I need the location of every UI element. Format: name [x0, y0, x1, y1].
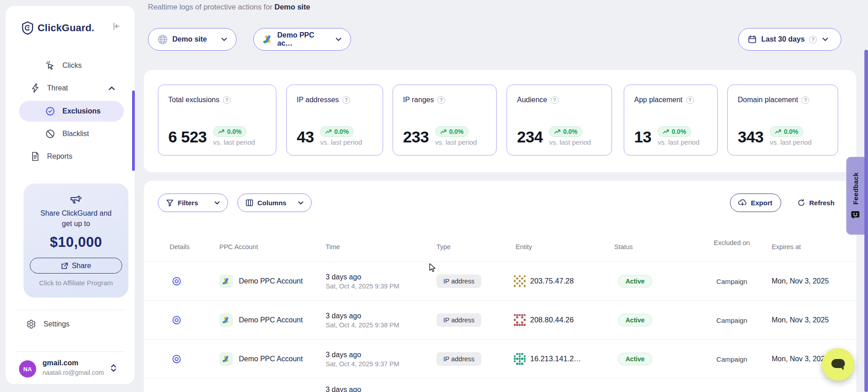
stat-label: Audience — [517, 96, 547, 104]
trend-up-icon — [663, 129, 669, 134]
affiliate-promo-card[interactable]: Share ClickGuard and get up to $10,000 S… — [24, 184, 128, 298]
eye-icon — [171, 276, 182, 286]
globe-icon — [157, 34, 168, 45]
account-name: Demo PPC Account — [239, 316, 303, 324]
ppc-account-cell: Demo PPC Account — [219, 313, 303, 327]
clickguard-logo-icon — [22, 21, 33, 35]
chevron-down-icon — [298, 201, 304, 205]
stat-card-ip-addresses[interactable]: IP addresses? 43 0.0% vs. last period — [286, 85, 383, 156]
expires-at-cell: Mon, Nov 3, 2025 — [772, 316, 829, 324]
feedback-label: Feedback — [852, 172, 859, 205]
column-header-ppc-account: PPC Account — [219, 243, 258, 250]
site-selector-value: Demo site — [172, 35, 207, 43]
sidebar-scrollbar[interactable] — [132, 90, 135, 171]
type-badge: IP address — [436, 313, 481, 327]
ppc-account-selector-dropdown[interactable]: Demo PPC ac… — [253, 28, 351, 51]
status-cell: Active — [618, 314, 652, 326]
sidebar-item-blacklist[interactable]: Blacklist — [5, 125, 135, 143]
trend-value: 0.0% — [227, 128, 242, 135]
trend-caption: vs. last period — [549, 138, 591, 146]
help-icon: ? — [809, 36, 817, 43]
stat-label: IP ranges — [403, 96, 434, 104]
column-header-expires-at: Expires at — [772, 243, 801, 250]
stat-card-app-placement[interactable]: App placement? 13 0.0% vs. last period — [624, 85, 718, 156]
affiliate-link-text[interactable]: Click to Affiliate Program — [24, 279, 128, 287]
unfold-chevrons-icon — [110, 364, 117, 373]
google-ads-icon — [219, 313, 233, 327]
ppc-account-cell: Demo PPC Account — [219, 352, 303, 366]
ip-identicon — [514, 275, 526, 287]
type-cell: IP address — [436, 352, 481, 366]
help-icon: ? — [437, 96, 445, 104]
promo-amount: $10,000 — [24, 234, 128, 250]
date-range-dropdown[interactable]: Last 30 days ? — [738, 28, 841, 51]
entity-cell: 203.75.47.28 — [514, 275, 574, 287]
refresh-button[interactable]: Refresh — [790, 194, 842, 212]
relative-time: 3 days ago — [326, 386, 361, 392]
view-details-button[interactable] — [166, 354, 186, 364]
reports-document-icon — [31, 151, 40, 161]
chevron-down-icon — [336, 38, 342, 41]
clicks-cursor-icon — [45, 61, 55, 71]
stat-label: Domain placement — [738, 96, 798, 104]
user-account-menu[interactable]: NA gmail.com naatali.ro@gmail.com — [5, 358, 135, 386]
view-details-button[interactable] — [166, 276, 186, 286]
sidebar-item-label: Settings — [43, 320, 70, 328]
stat-card-domain-placement[interactable]: Domain placement? 343 0.0% vs. last peri… — [727, 85, 838, 156]
megaphone-icon — [69, 193, 83, 205]
stat-label: IP addresses — [297, 96, 339, 104]
eye-icon — [171, 354, 182, 364]
status-badge: Active — [618, 353, 652, 365]
status-badge: Active — [618, 275, 652, 288]
entity-value: 208.80.44.26 — [530, 316, 574, 324]
column-header-details: Details — [170, 243, 190, 250]
sidebar-item-exclusions[interactable]: Exclusions — [5, 101, 135, 122]
time-cell: 3 days ago Sat, Oct 4, 2025 9:37 PM — [326, 350, 399, 367]
ip-identicon — [514, 314, 526, 326]
export-button-label: Export — [751, 199, 773, 207]
column-header-entity: Entity — [516, 243, 532, 250]
stat-value: 343 — [738, 128, 764, 146]
columns-button[interactable]: Columns — [237, 194, 312, 212]
stat-card-ip-ranges[interactable]: IP ranges? 233 0.0% vs. last period — [393, 85, 497, 156]
sidebar-item-threat[interactable]: Threat — [5, 79, 135, 97]
sidebar-item-clicks[interactable]: Clicks — [5, 57, 135, 75]
sidebar-item-reports[interactable]: Reports — [5, 147, 135, 165]
filters-button[interactable]: Filters — [158, 194, 228, 212]
stat-value: 233 — [403, 128, 429, 146]
share-button-label: Share — [72, 262, 91, 270]
chat-launcher-button[interactable] — [822, 348, 854, 381]
status-cell: Active — [618, 275, 652, 288]
page-subtitle: Realtime logs of protective actions for … — [148, 3, 310, 11]
user-name: gmail.com — [43, 359, 78, 367]
excluded-on-cell: Campaign — [711, 277, 752, 285]
eye-icon — [171, 315, 182, 325]
table-row: Demo PPC Account 3 days ago Sat, Oct 4, … — [144, 261, 856, 300]
google-ads-icon — [263, 35, 273, 44]
share-button[interactable]: Share — [30, 258, 122, 274]
threat-lightning-icon — [31, 83, 40, 93]
type-badge: IP address — [436, 352, 481, 366]
export-button[interactable]: Export — [730, 194, 781, 212]
view-details-button[interactable] — [166, 315, 186, 325]
chevron-down-icon — [221, 38, 227, 41]
time-cell: 3 days ago Sat, Oct 4, 2025 9:39 PM — [326, 273, 399, 289]
external-link-icon — [61, 262, 68, 269]
stat-value: 234 — [517, 128, 543, 146]
trend-up-icon — [325, 129, 332, 134]
ip-identicon — [514, 353, 526, 365]
trend-up-icon — [554, 129, 561, 134]
refresh-icon — [797, 199, 805, 207]
stat-card-audience[interactable]: Audience? 234 0.0% vs. last period — [507, 85, 612, 156]
stat-card-total-exclusions[interactable]: Total exclusions? 6 523 0.0% vs. last pe… — [158, 85, 276, 156]
trend-up-icon — [218, 129, 225, 134]
excluded-on-cell: Campaign — [711, 355, 752, 363]
sidebar-collapse-icon[interactable] — [111, 21, 121, 31]
cloud-download-icon — [738, 199, 747, 207]
table-row: 3 days ago — [144, 378, 856, 392]
sidebar-item-settings[interactable]: Settings — [5, 315, 135, 333]
help-icon: ? — [686, 96, 694, 104]
feedback-tab[interactable]: Feedback — [846, 157, 864, 235]
site-selector-dropdown[interactable]: Demo site — [148, 28, 237, 51]
page-scrollbar[interactable] — [864, 50, 868, 392]
